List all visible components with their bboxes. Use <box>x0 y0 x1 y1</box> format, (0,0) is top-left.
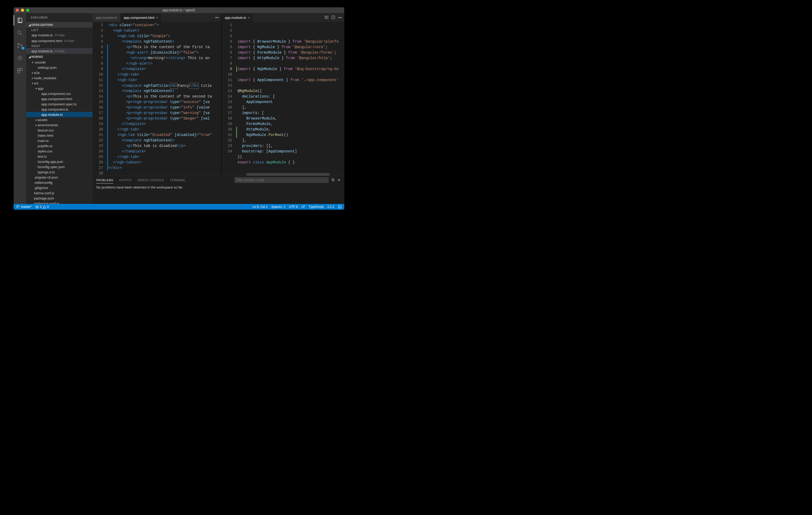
tree-item[interactable]: .gitignore <box>26 185 93 190</box>
status-bar: master* 0 0 Ln 9, Col 1 Spaces: 2 UTF-8 … <box>13 204 344 210</box>
extensions-icon <box>17 67 23 74</box>
tree-item[interactable]: ▾app <box>26 86 93 91</box>
panel-tab-terminal[interactable]: TERMINAL <box>170 179 186 182</box>
right-code-area[interactable]: 123456789101112131415161718192021222324 … <box>222 22 344 176</box>
open-editors-header[interactable]: ◢ OPEN EDITORS <box>26 22 93 28</box>
chevron-down-icon: ◢ <box>28 55 31 59</box>
open-editors-list: LEFTapp.module.tssrc/appapp.component.ht… <box>26 28 93 54</box>
tree-item[interactable]: ▸node_modules <box>26 75 93 81</box>
tree-twisty-icon: ▾ <box>31 82 34 85</box>
tree-item-label: assets <box>38 118 48 122</box>
svg-point-0 <box>18 31 21 34</box>
tree-item[interactable]: karma.conf.js <box>26 190 93 195</box>
tree-item[interactable]: app.component.css <box>26 91 93 96</box>
split-editor-icon[interactable] <box>331 15 336 20</box>
collapse-icon[interactable] <box>331 178 335 182</box>
tree-item-label: app.component.css <box>41 92 71 96</box>
editor-region: app.module.tsapp.component.html× ••• 123… <box>93 13 344 204</box>
activity-debug[interactable] <box>13 53 26 63</box>
status-spaces[interactable]: Spaces: 2 <box>271 205 285 209</box>
tree-item[interactable]: ▾src <box>26 81 93 86</box>
open-editor-item[interactable]: app.module.tssrc/app <box>26 32 93 38</box>
activity-search[interactable] <box>13 28 26 38</box>
tree-item[interactable]: ▸assets <box>26 117 93 122</box>
status-feedback[interactable] <box>338 205 342 209</box>
tree-item[interactable]: .angular-cli.json <box>26 175 93 180</box>
tree-item[interactable]: polyfills.ts <box>26 143 93 149</box>
problems-filter-input[interactable] <box>234 177 328 183</box>
tree-item[interactable]: tsconfig.spec.json <box>26 164 93 170</box>
close-panel-icon[interactable]: ✕ <box>338 178 341 182</box>
tree-item[interactable]: .editorconfig <box>26 180 93 185</box>
close-tab-icon[interactable]: × <box>248 16 250 20</box>
editor-tab[interactable]: app.component.html× <box>121 13 162 22</box>
bottom-panel: PROBLEMSOUTPUTDEBUG CONSOLETERMINAL ✕ No… <box>93 176 344 204</box>
tree-item[interactable]: ▾.vscode <box>26 60 93 65</box>
panel-tab-problems[interactable]: PROBLEMS <box>96 179 113 183</box>
activity-extensions[interactable] <box>13 65 26 76</box>
left-code-area[interactable]: 1234567891011121314151617181920212223242… <box>93 22 221 176</box>
left-gutter: 1234567891011121314151617181920212223242… <box>93 22 107 176</box>
sidebar-title: EXPLORER <box>26 13 93 22</box>
tree-item[interactable]: ▸e2e <box>26 70 93 75</box>
status-eol[interactable]: LF <box>301 205 305 209</box>
editor-tab[interactable]: app.module.ts <box>93 13 121 22</box>
activity-explorer[interactable] <box>13 15 26 26</box>
open-editors-label: OPEN EDITORS <box>31 23 53 26</box>
tree-item-label: app <box>38 87 44 90</box>
tree-item[interactable]: index.html <box>26 133 93 138</box>
left-code[interactable]: <div class="container"> <ngb-tabset> <ng… <box>107 22 221 176</box>
activity-scm[interactable]: 5 <box>13 40 26 51</box>
zoom-window-button[interactable] <box>26 9 29 12</box>
compare-icon[interactable] <box>324 15 328 20</box>
status-ver[interactable]: 2.2.1 <box>327 205 334 209</box>
project-header[interactable]: ◢ NGBS02 <box>26 54 93 60</box>
tree-item[interactable]: settings.json <box>26 65 93 70</box>
editor-tab[interactable]: app.module.ts× <box>222 13 253 22</box>
status-lncol[interactable]: Ln 9, Col 1 <box>253 205 268 209</box>
project-header-label: NGBS02 <box>31 55 43 58</box>
tree-item[interactable]: app.component.html <box>26 96 93 101</box>
tree-item[interactable]: app.component.spec.ts <box>26 101 93 107</box>
svg-point-18 <box>339 206 340 207</box>
more-icon[interactable]: ••• <box>338 16 342 20</box>
close-tab-icon[interactable]: × <box>156 16 158 20</box>
tree-item[interactable]: ▸environments <box>26 122 93 128</box>
right-code[interactable]: import { BrowserModule } from '@angular/… <box>236 22 344 176</box>
panel-right: ✕ <box>234 177 341 183</box>
status-branch[interactable]: master* <box>16 205 32 209</box>
tree-item[interactable]: package.json <box>26 195 93 201</box>
open-editor-item[interactable]: app.module.tssrc/app <box>26 48 93 54</box>
status-encoding[interactable]: UTF-8 <box>289 205 298 209</box>
tree-item[interactable]: main.ts <box>26 138 93 143</box>
tree-item[interactable]: app.module.ts <box>26 112 93 117</box>
status-lang[interactable]: TypeScript <box>309 205 324 209</box>
close-window-button[interactable] <box>16 9 19 12</box>
panel-tab-output[interactable]: OUTPUT <box>119 179 132 182</box>
tree-item[interactable]: test.ts <box>26 154 93 159</box>
horizontal-scrollbar[interactable] <box>246 173 330 176</box>
status-errors[interactable]: 0 0 <box>35 205 49 209</box>
tab-label: app.component.html <box>124 16 154 20</box>
tree-item[interactable]: typings.d.ts <box>26 170 93 175</box>
right-gutter: 123456789101112131415161718192021222324 <box>222 22 236 176</box>
warnings-count: 0 <box>47 205 49 209</box>
tree-twisty-icon: ▾ <box>34 87 38 90</box>
tree-item[interactable]: protractor.conf.js <box>26 201 93 204</box>
smiley-icon <box>338 205 342 209</box>
warning-icon <box>42 205 46 209</box>
open-editor-item[interactable]: app.component.htmlsrc/app <box>26 38 93 44</box>
more-icon[interactable]: ••• <box>215 16 219 20</box>
tree-twisty-icon: ▾ <box>31 61 34 64</box>
tree-item[interactable]: app.component.ts <box>26 107 93 112</box>
tree-item[interactable]: favicon.ico <box>26 128 93 133</box>
svg-rect-6 <box>20 68 22 70</box>
tree-item-label: node_modules <box>34 76 56 80</box>
tree-item[interactable]: tsconfig.app.json <box>26 159 93 164</box>
svg-point-1 <box>18 43 19 45</box>
panel-tab-debug-console[interactable]: DEBUG CONSOLE <box>137 179 164 182</box>
tree-item-label: app.module.ts <box>41 113 63 117</box>
file-tree: ▾.vscodesettings.json▸e2e▸node_modules▾s… <box>26 60 93 204</box>
tree-item[interactable]: styles.css <box>26 149 93 154</box>
minimize-window-button[interactable] <box>21 9 24 12</box>
